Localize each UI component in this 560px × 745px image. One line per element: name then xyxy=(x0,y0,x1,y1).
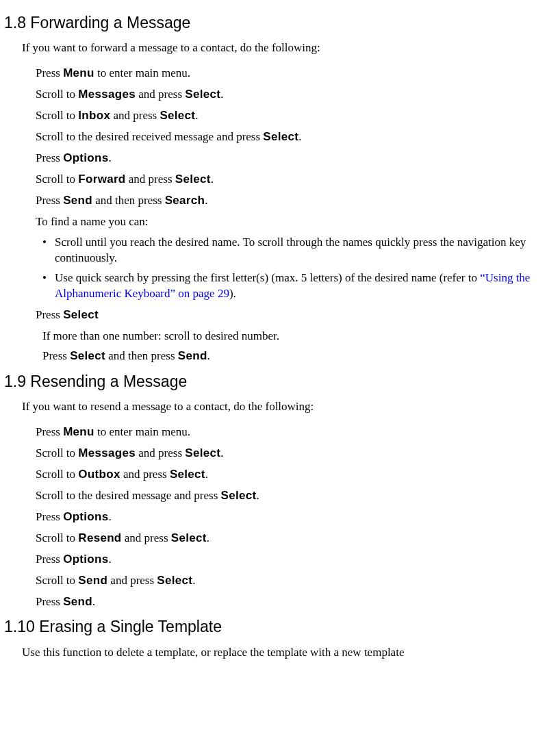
heading-1-8: 1.8 Forwarding a Message xyxy=(4,12,556,34)
button-label-options: Options xyxy=(63,510,108,523)
text: . xyxy=(108,151,111,164)
text: to enter main menu. xyxy=(94,425,190,438)
text: Press xyxy=(36,194,63,207)
step-scroll-resend: Scroll to Resend and press Select. xyxy=(36,531,556,546)
text: and press xyxy=(110,109,160,122)
step-scroll-messages-2: Scroll to Messages and press Select. xyxy=(36,446,556,462)
text: . xyxy=(92,595,95,608)
button-label-select: Select xyxy=(175,173,211,186)
text: Scroll to xyxy=(36,88,78,101)
text: Scroll to xyxy=(36,446,78,459)
text: . xyxy=(298,130,301,143)
text: and press xyxy=(120,468,170,481)
text: . xyxy=(207,531,209,544)
text: Scroll to xyxy=(36,574,78,587)
bullet-icon: • xyxy=(42,270,55,302)
button-label-select: Select xyxy=(185,88,220,101)
substep-multiple-numbers: If more than one number: scroll to desir… xyxy=(42,329,556,344)
step-press-menu-2: Press Menu to enter main menu. xyxy=(36,425,556,440)
step-press-options: Press Options. xyxy=(36,151,556,166)
button-label-select: Select xyxy=(160,109,195,122)
text: Press xyxy=(36,425,63,438)
text: to enter main menu. xyxy=(94,66,190,79)
button-label-select: Select xyxy=(170,468,205,481)
text: Scroll to xyxy=(36,109,78,122)
button-label-options: Options xyxy=(63,553,108,566)
text: Press xyxy=(36,553,63,566)
text: and press xyxy=(107,574,157,587)
text: and then press xyxy=(105,349,178,362)
button-label-send: Send xyxy=(178,349,207,362)
step-scroll-received-message: Scroll to the desired received message a… xyxy=(36,129,556,145)
button-label-options: Options xyxy=(63,151,108,164)
text: . xyxy=(192,574,195,587)
text: Press xyxy=(42,349,70,362)
heading-1-10: 1.10 Erasing a Single Template xyxy=(4,616,556,637)
button-label-menu: Menu xyxy=(63,66,94,79)
text: Use quick search by pressing the first l… xyxy=(55,271,480,284)
button-label-select: Select xyxy=(171,531,207,544)
text: Press xyxy=(36,510,63,523)
text: Scroll to xyxy=(36,468,78,481)
text: and press xyxy=(136,88,185,101)
button-label-select: Select xyxy=(157,574,192,587)
button-label-menu: Menu xyxy=(63,425,94,438)
text: . xyxy=(220,446,223,459)
text: Scroll to the desired message and press xyxy=(36,489,221,502)
button-label-messages: Messages xyxy=(78,88,136,101)
text: and press xyxy=(122,531,171,544)
button-label-send: Send xyxy=(78,574,107,587)
bullet-icon: • xyxy=(42,235,55,266)
text: and press xyxy=(136,446,185,459)
button-label-select: Select xyxy=(63,308,99,321)
heading-1-9: 1.9 Resending a Message xyxy=(4,371,556,392)
step-press-options-2: Press Options. xyxy=(36,509,556,525)
button-label-select: Select xyxy=(263,130,298,143)
intro-1-8: If you want to forward a message to a co… xyxy=(22,40,556,56)
text: . xyxy=(108,510,111,523)
text: Scroll to the desired received message a… xyxy=(36,130,263,143)
step-scroll-outbox: Scroll to Outbox and press Select. xyxy=(36,467,556,483)
text: Scroll until you reach the desired name.… xyxy=(55,235,556,266)
text: Use quick search by pressing the first l… xyxy=(55,270,556,302)
text: ). xyxy=(229,287,236,300)
button-label-select: Select xyxy=(221,489,257,502)
button-label-select: Select xyxy=(70,349,105,362)
step-scroll-send: Scroll to Send and press Select. xyxy=(36,573,556,589)
text: . xyxy=(220,88,223,101)
intro-1-10: Use this function to delete a template, … xyxy=(22,645,556,661)
text: Scroll to xyxy=(36,173,78,186)
text: and then press xyxy=(92,194,165,207)
bullet-scroll-names: • Scroll until you reach the desired nam… xyxy=(42,235,556,266)
text: . xyxy=(211,173,214,186)
text: Press xyxy=(36,595,63,608)
text: Press xyxy=(36,308,63,321)
bullet-quick-search: • Use quick search by pressing the first… xyxy=(42,270,556,302)
text: . xyxy=(205,468,208,481)
step-press-select: Press Select xyxy=(36,307,556,323)
button-label-messages: Messages xyxy=(78,446,136,459)
step-press-options-3: Press Options. xyxy=(36,552,556,568)
text: . xyxy=(205,194,207,207)
step-press-menu: Press Menu to enter main menu. xyxy=(36,66,556,81)
text: . xyxy=(195,109,198,122)
text: . xyxy=(108,553,111,566)
text: . xyxy=(256,489,259,502)
text: Press xyxy=(36,66,63,79)
step-scroll-forward: Scroll to Forward and press Select. xyxy=(36,172,556,188)
text: . xyxy=(207,349,210,362)
step-scroll-inbox: Scroll to Inbox and press Select. xyxy=(36,108,556,124)
text: Press xyxy=(36,151,63,164)
button-label-outbox: Outbox xyxy=(78,468,120,481)
text: and press xyxy=(126,173,175,186)
step-find-name: To find a name you can: xyxy=(36,214,556,230)
step-press-send: Press Send. xyxy=(36,594,556,610)
button-label-select: Select xyxy=(185,446,220,459)
step-scroll-messages: Scroll to Messages and press Select. xyxy=(36,87,556,103)
text: Scroll to xyxy=(36,531,78,544)
button-label-send: Send xyxy=(63,194,92,207)
intro-1-9: If you want to resend a message to a con… xyxy=(22,399,556,415)
button-label-search: Search xyxy=(165,194,205,207)
substep-press-select-send: Press Select and then press Send. xyxy=(42,349,556,364)
button-label-send: Send xyxy=(63,595,92,608)
